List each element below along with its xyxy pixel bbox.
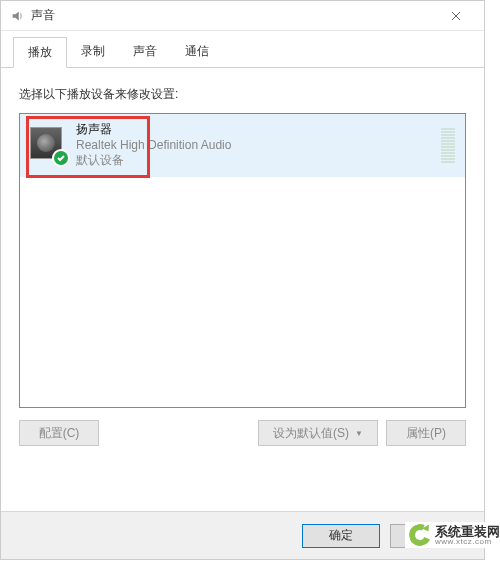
device-status: 默认设备 xyxy=(76,153,433,169)
configure-button[interactable]: 配置(C) xyxy=(19,420,99,446)
level-meter-icon xyxy=(441,128,455,163)
watermark-main: 系统重装网 xyxy=(435,525,500,538)
action-button-row: 配置(C) 设为默认值(S) ▼ 属性(P) xyxy=(19,420,466,446)
chevron-down-icon: ▼ xyxy=(355,429,363,438)
tab-recording[interactable]: 录制 xyxy=(67,37,119,67)
set-default-label: 设为默认值(S) xyxy=(273,425,349,442)
instruction-text: 选择以下播放设备来修改设置: xyxy=(19,86,466,103)
tab-playback[interactable]: 播放 xyxy=(13,37,67,68)
ok-button[interactable]: 确定 xyxy=(302,524,380,548)
default-check-icon xyxy=(52,149,70,167)
close-button[interactable] xyxy=(436,2,476,30)
watermark-sub: www.xtcz.com xyxy=(435,538,500,546)
tabstrip: 播放 录制 声音 通信 xyxy=(1,31,484,68)
sound-dialog: 声音 播放 录制 声音 通信 选择以下播放设备来修改设置: 扬声器 Realte… xyxy=(0,0,485,560)
tab-communications[interactable]: 通信 xyxy=(171,37,223,67)
watermark-logo-icon xyxy=(409,524,431,546)
device-driver: Realtek High Definition Audio xyxy=(76,138,433,154)
list-item[interactable]: 扬声器 Realtek High Definition Audio 默认设备 xyxy=(20,114,465,177)
set-default-button[interactable]: 设为默认值(S) ▼ xyxy=(258,420,378,446)
titlebar: 声音 xyxy=(1,1,484,31)
device-info: 扬声器 Realtek High Definition Audio 默认设备 xyxy=(76,122,433,169)
speaker-icon xyxy=(30,127,66,163)
device-list[interactable]: 扬声器 Realtek High Definition Audio 默认设备 xyxy=(19,113,466,408)
tab-sounds[interactable]: 声音 xyxy=(119,37,171,67)
playback-panel: 选择以下播放设备来修改设置: 扬声器 Realtek High Definiti… xyxy=(1,68,484,456)
watermark: 系统重装网 www.xtcz.com xyxy=(405,522,500,548)
sound-app-icon xyxy=(9,8,25,24)
device-name: 扬声器 xyxy=(76,122,433,138)
properties-button[interactable]: 属性(P) xyxy=(386,420,466,446)
window-title: 声音 xyxy=(31,7,436,24)
